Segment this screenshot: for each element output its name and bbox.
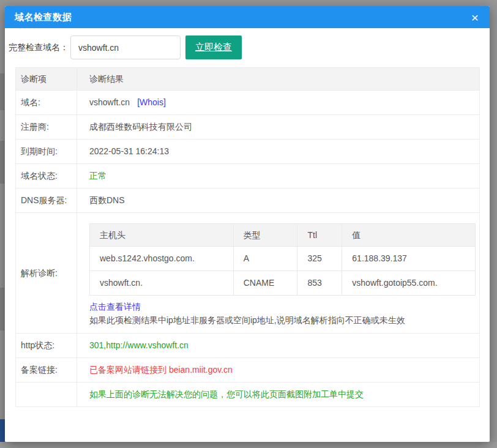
backdrop-page-fragment (0, 73, 4, 110)
http-status-value: 301,http://www.vshowft.cn (77, 334, 479, 357)
domain-input-label: 完整检查域名： (9, 42, 69, 53)
domain-value: vshowft.cn (89, 98, 130, 107)
record-host: vshowft.cn. (90, 271, 234, 296)
record-type: A (233, 247, 297, 271)
record-value: vshowft.gotoip55.com. (342, 271, 476, 296)
table-row-registrar: 注册商: 成都西维数码科技有限公司 (16, 115, 479, 140)
record-host: web.s1242.vhostgo.com. (90, 247, 234, 271)
col-header-result: 诊断结果 (77, 68, 479, 90)
row-label: http状态: (16, 334, 77, 357)
col-header-type: 类型 (233, 224, 297, 247)
row-label: 到期时间: (16, 140, 77, 163)
resolve-result: 主机头 类型 Ttl 值 web.s1242.vhostgo.com. A 32… (77, 213, 482, 333)
check-now-button[interactable]: 立即检查 (185, 35, 242, 59)
record-value: 61.188.39.137 (342, 247, 476, 271)
row-value: vshowft.cn [Whois] (77, 91, 479, 114)
row-label: DNS服务器: (16, 189, 77, 212)
table-row-resolve: 解析诊断: 主机头 类型 Ttl 值 web.s1242.vhostgo.com… (16, 213, 479, 334)
table-row-http: http状态: 301,http://www.vshowft.cn (16, 334, 479, 358)
table-row-tip: 如果上面的诊断无法解决您的问题，您可以将此页面截图附加工单中提交 (16, 383, 479, 406)
row-label: 域名状态: (16, 164, 77, 188)
table-row-status: 域名状态: 正常 (16, 164, 479, 189)
row-value: 西数DNS (77, 189, 479, 212)
resolve-note: 如果此项检测结果中ip地址非服务器或空间ip地址,说明域名解析指向不正确或未生效 (89, 315, 476, 325)
row-label: 备案链接: (16, 358, 77, 382)
dns-record-row: web.s1242.vhostgo.com. A 325 61.188.39.1… (90, 247, 476, 271)
record-ttl: 325 (297, 247, 342, 271)
table-row-dns: DNS服务器: 西数DNS (16, 189, 479, 213)
table-row-domain: 域名: vshowft.cn [Whois] (16, 91, 479, 115)
backdrop-overlay (0, 442, 497, 448)
beian-link-value: 已备案网站请链接到 beian.miit.gov.cn (77, 358, 479, 382)
row-label: 解析诊断: (16, 213, 77, 333)
row-label: 注册商: (16, 115, 77, 139)
diagnostics-header-row: 诊断项 诊断结果 (16, 68, 479, 91)
view-details-link[interactable]: 点击查看详情 (89, 302, 141, 312)
backdrop-page-fragment (0, 141, 4, 184)
backdrop-page-fragment-blue (0, 419, 5, 442)
col-header-ttl: Ttl (297, 224, 342, 247)
dns-record-row: vshowft.cn. CNAME 853 vshowft.gotoip55.c… (90, 271, 476, 296)
whois-link[interactable]: [Whois] (137, 98, 166, 107)
row-label-empty (16, 383, 77, 406)
dns-records-header-row: 主机头 类型 Ttl 值 (90, 224, 476, 247)
close-icon[interactable]: × (470, 11, 480, 24)
col-header-value: 值 (342, 224, 476, 247)
dialog-header: 域名检查数据 × (5, 6, 490, 28)
domain-check-dialog: 域名检查数据 × 完整检查域名： 立即检查 诊断项 诊断结果 域名: vshow… (5, 6, 490, 442)
backdrop-page-fragment (0, 288, 4, 330)
record-ttl: 853 (297, 271, 342, 296)
dialog-title: 域名检查数据 (15, 12, 72, 23)
table-row-expire: 到期时间: 2022-05-31 16:24:13 (16, 140, 479, 164)
col-header-host: 主机头 (90, 224, 234, 247)
row-label: 域名: (16, 91, 77, 114)
table-row-beian: 备案链接: 已备案网站请链接到 beian.miit.gov.cn (16, 358, 479, 383)
row-value: 成都西维数码科技有限公司 (77, 115, 479, 139)
domain-input[interactable] (70, 35, 181, 59)
row-value: 2022-05-31 16:24:13 (77, 140, 479, 163)
record-type: CNAME (233, 271, 297, 296)
dns-records-table: 主机头 类型 Ttl 值 web.s1242.vhostgo.com. A 32… (89, 223, 476, 296)
domain-check-form: 完整检查域名： 立即检查 (5, 28, 490, 59)
domain-status-value: 正常 (77, 164, 479, 188)
tip-value: 如果上面的诊断无法解决您的问题，您可以将此页面截图附加工单中提交 (77, 383, 479, 406)
diagnostics-table: 诊断项 诊断结果 域名: vshowft.cn [Whois] 注册商: 成都西… (15, 67, 480, 407)
col-header-item: 诊断项 (16, 68, 77, 90)
